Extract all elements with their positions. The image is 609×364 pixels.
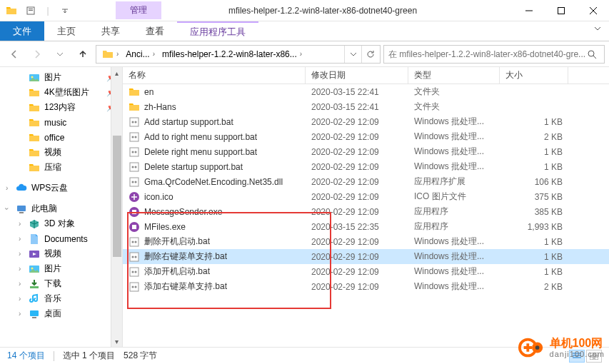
file-size: 1 KB — [500, 252, 568, 262]
ico-icon — [129, 191, 140, 203]
file-name: Delete startup support.bat — [144, 162, 243, 172]
bat-icon — [129, 146, 140, 158]
sidebar-item[interactable]: 压缩 — [0, 160, 122, 175]
file-row[interactable]: en2020-03-15 22:41文件夹 — [123, 84, 609, 99]
qat-properties-icon[interactable] — [23, 3, 39, 19]
svg-rect-27 — [130, 178, 139, 186]
file-date: 2020-03-15 22:35 — [306, 222, 408, 232]
address-box[interactable]: › Anci...› mfiles-helper-1.2.2-win8-late… — [96, 45, 381, 64]
nav-item-label: 压缩 — [44, 161, 61, 173]
nav-up-button[interactable] — [73, 44, 93, 64]
file-name: 删除右键菜单支持.bat — [144, 251, 227, 263]
file-row[interactable]: Delete right menu support.bat2020-02-29 … — [123, 144, 609, 159]
view-tab[interactable]: 查看 — [133, 21, 177, 41]
file-row[interactable]: 删除右键菜单支持.bat2020-02-29 12:09Windows 批处理.… — [123, 249, 609, 264]
sidebar-item[interactable]: ›下载 — [0, 276, 122, 291]
file-row[interactable]: Add startup support.bat2020-02-29 12:09W… — [123, 114, 609, 129]
nav-recent-button[interactable] — [50, 44, 70, 64]
sidebar-item[interactable]: 123内容📌 — [0, 100, 122, 115]
navigation-pane: 图片📌4K壁纸图片📌123内容📌musicoffice视频压缩 › WPS云盘 … — [0, 67, 123, 347]
status-bytes: 528 字节 — [124, 350, 157, 362]
sidebar-item[interactable]: 4K壁纸图片📌 — [0, 85, 122, 100]
sidebar-item[interactable]: ›视频 — [0, 246, 122, 261]
chevron-right-icon[interactable]: › — [19, 265, 21, 273]
header-date[interactable]: 修改日期 — [306, 67, 408, 84]
file-row[interactable]: Delete startup support.bat2020-02-29 12:… — [123, 159, 609, 174]
file-date: 2020-02-29 12:09 — [306, 147, 408, 157]
sidebar-item[interactable]: ›Documents — [0, 231, 122, 246]
chevron-right-icon[interactable]: › — [19, 235, 21, 243]
file-list[interactable]: en2020-03-15 22:41文件夹zh-Hans2020-03-15 2… — [123, 84, 609, 347]
file-name: Delete right menu support.bat — [144, 147, 257, 157]
sidebar-item[interactable]: 图片📌 — [0, 70, 122, 85]
sidebar-item[interactable]: ›图片 — [0, 261, 122, 276]
chevron-right-icon[interactable]: › — [19, 280, 21, 288]
chevron-right-icon[interactable]: › — [19, 220, 21, 228]
content-pane: 名称 修改日期 类型 大小 en2020-03-15 22:41文件夹zh-Ha… — [123, 67, 609, 347]
svg-rect-21 — [130, 148, 139, 156]
svg-point-37 — [135, 241, 137, 243]
chevron-right-icon[interactable]: › — [6, 184, 8, 192]
nav-back-button[interactable] — [4, 44, 24, 64]
addr-dropdown-button[interactable] — [344, 46, 361, 63]
nav-this-pc[interactable]: › 此电脑 — [0, 201, 122, 216]
nav-scrollbar[interactable]: ▴ ▾ — [111, 67, 122, 347]
sidebar-item[interactable]: ›音乐 — [0, 291, 122, 306]
svg-rect-7 — [17, 206, 26, 211]
file-row[interactable]: MFiles.exe2020-03-15 22:35应用程序1,993 KB — [123, 219, 609, 234]
breadcrumb-segment[interactable]: mfiles-helper-1.2.2-win8-later-x86...› — [158, 46, 305, 63]
scroll-thumb[interactable] — [113, 136, 121, 257]
sidebar-item[interactable]: ›桌面 — [0, 306, 122, 321]
svg-point-46 — [135, 285, 137, 288]
svg-point-20 — [135, 136, 137, 138]
header-type[interactable]: 类型 — [408, 67, 500, 84]
chevron-right-icon[interactable]: › — [19, 310, 21, 318]
share-tab[interactable]: 共享 — [89, 21, 133, 41]
scroll-up-icon[interactable]: ▴ — [111, 67, 122, 79]
svg-rect-35 — [130, 238, 139, 246]
file-size: 1 KB — [500, 267, 568, 277]
file-row[interactable]: 删除开机启动.bat2020-02-29 12:09Windows 批处理...… — [123, 234, 609, 249]
sidebar-item[interactable]: ›3D 对象 — [0, 216, 122, 231]
sidebar-item[interactable]: music — [0, 115, 122, 130]
file-name: MessageSender.exe — [144, 207, 222, 217]
sidebar-item[interactable]: office — [0, 130, 122, 145]
header-size[interactable]: 大小 — [500, 67, 568, 84]
file-row[interactable]: 添加右键菜单支持.bat2020-02-29 12:09Windows 批处理.… — [123, 279, 609, 294]
chevron-right-icon[interactable]: › — [19, 250, 21, 258]
nav-item-label: WPS云盘 — [31, 182, 68, 194]
address-root-icon[interactable]: › — [98, 46, 121, 63]
file-row[interactable]: 添加开机启动.bat2020-02-29 12:09Windows 批处理...… — [123, 264, 609, 279]
app-tools-tab[interactable]: 应用程序工具 — [177, 21, 258, 41]
file-row[interactable]: Gma.QrCodeNet.Encoding.Net35.dll2020-02-… — [123, 174, 609, 189]
minimize-button[interactable] — [513, 0, 545, 21]
file-tab[interactable]: 文件 — [0, 21, 44, 41]
nav-wps-cloud[interactable]: › WPS云盘 — [0, 181, 122, 196]
search-box[interactable] — [383, 45, 605, 64]
file-row[interactable]: icon.ico2020-02-29 12:09ICO 图片文件375 KB — [123, 189, 609, 204]
file-type: 文件夹 — [408, 101, 500, 113]
close-button[interactable] — [577, 0, 609, 21]
svg-rect-38 — [130, 253, 139, 261]
chevron-down-icon[interactable]: › — [3, 208, 11, 210]
svg-rect-44 — [130, 283, 139, 291]
qat-divider-icon: | — [40, 3, 56, 19]
sidebar-item[interactable]: 视频 — [0, 145, 122, 160]
breadcrumb-segment[interactable]: Anci...› — [121, 46, 158, 63]
refresh-button[interactable] — [361, 46, 378, 63]
svg-rect-12 — [30, 286, 39, 288]
scroll-down-icon[interactable]: ▾ — [111, 335, 122, 347]
home-tab[interactable]: 主页 — [44, 21, 89, 41]
qat-customize-icon[interactable] — [57, 3, 73, 19]
maximize-button[interactable] — [545, 0, 577, 21]
file-row[interactable]: MessageSender.exe2020-02-29 12:09应用程序385… — [123, 204, 609, 219]
header-name[interactable]: 名称 — [123, 67, 306, 84]
file-row[interactable]: Add to right menu support.bat2020-02-29 … — [123, 129, 609, 144]
chevron-right-icon[interactable]: › — [19, 295, 21, 303]
search-input[interactable] — [388, 49, 587, 59]
folder-icon — [29, 132, 40, 143]
search-icon[interactable] — [587, 49, 600, 59]
nav-forward-button[interactable] — [27, 44, 47, 64]
file-row[interactable]: zh-Hans2020-03-15 22:41文件夹 — [123, 99, 609, 114]
ribbon-expand-button[interactable] — [586, 21, 609, 41]
